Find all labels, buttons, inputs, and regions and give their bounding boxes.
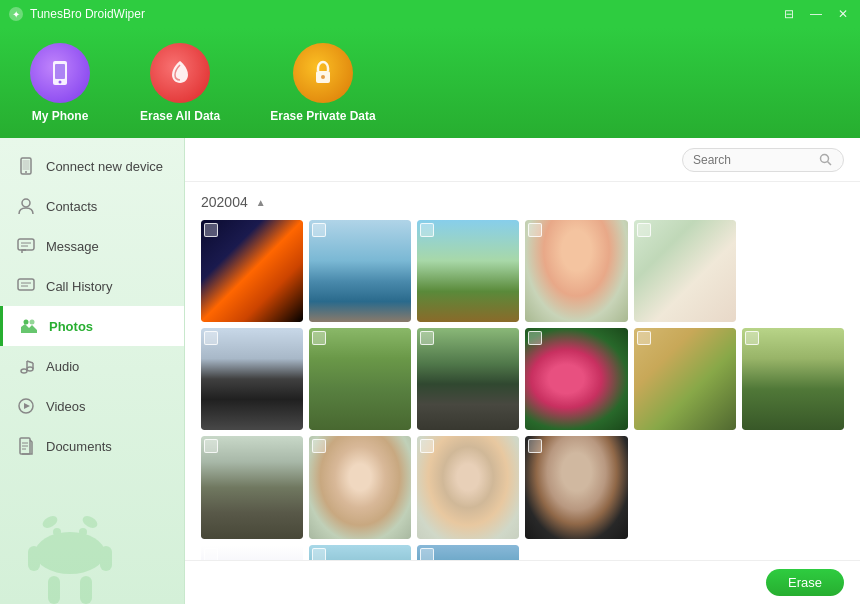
album-arrow-icon: ▲ — [256, 197, 266, 208]
sidebar-item-videos[interactable]: Videos — [0, 386, 184, 426]
photo-cell[interactable] — [201, 436, 303, 538]
photo-checkbox[interactable] — [528, 223, 542, 237]
photo-area[interactable]: 202004 ▲ — [185, 182, 860, 560]
photo-checkbox[interactable] — [204, 439, 218, 453]
photo-cell[interactable] — [201, 328, 303, 430]
photo-cell[interactable] — [417, 328, 519, 430]
photo-checkbox[interactable] — [637, 331, 651, 345]
phone-icon — [16, 156, 36, 176]
photo-checkbox[interactable] — [528, 439, 542, 453]
photo-cell[interactable] — [309, 545, 411, 560]
svg-point-17 — [24, 320, 29, 325]
svg-rect-34 — [35, 532, 105, 574]
svg-point-18 — [30, 320, 35, 325]
svg-point-23 — [27, 367, 33, 371]
photo-checkbox[interactable] — [528, 331, 542, 345]
window-controls: ⊟ — ✕ — [780, 5, 852, 23]
title-bar: ✦ TunesBro DroidWiper ⊟ — ✕ — [0, 0, 860, 28]
nav-erase-all[interactable]: Erase All Data — [140, 43, 220, 123]
svg-rect-8 — [23, 160, 30, 170]
svg-rect-14 — [18, 279, 34, 290]
svg-line-40 — [828, 161, 832, 165]
photo-cell[interactable] — [201, 545, 303, 560]
photo-cell[interactable] — [525, 436, 627, 538]
photo-checkbox[interactable] — [420, 548, 434, 560]
photo-checkbox[interactable] — [204, 548, 218, 560]
photo-checkbox[interactable] — [420, 331, 434, 345]
my-phone-icon-wrap — [30, 43, 90, 103]
erase-private-label: Erase Private Data — [270, 109, 375, 123]
close-button[interactable]: ✕ — [834, 5, 852, 23]
svg-point-39 — [821, 154, 829, 162]
my-phone-label: My Phone — [32, 109, 89, 123]
photo-cell[interactable] — [201, 220, 303, 322]
svg-rect-38 — [80, 576, 92, 604]
content-header — [185, 138, 860, 182]
photos-label: Photos — [49, 319, 93, 334]
photo-cell[interactable] — [417, 545, 519, 560]
sidebar-item-callhistory[interactable]: Call History — [0, 266, 184, 306]
photo-checkbox[interactable] — [312, 223, 326, 237]
sidebar: Connect new device Contacts Message Call… — [0, 138, 185, 604]
photo-checkbox[interactable] — [420, 223, 434, 237]
sidebar-item-contacts[interactable]: Contacts — [0, 186, 184, 226]
sidebar-item-audio[interactable]: Audio — [0, 346, 184, 386]
svg-line-21 — [27, 361, 33, 363]
photo-checkbox[interactable] — [204, 223, 218, 237]
photo-cell[interactable] — [525, 220, 627, 322]
audio-icon — [16, 356, 36, 376]
photo-cell[interactable] — [634, 328, 736, 430]
audio-label: Audio — [46, 359, 79, 374]
photo-cell[interactable] — [417, 436, 519, 538]
minimize-button[interactable]: — — [806, 5, 826, 23]
svg-rect-3 — [55, 64, 65, 79]
sidebar-item-message[interactable]: Message — [0, 226, 184, 266]
svg-rect-37 — [48, 576, 60, 604]
nav-my-phone[interactable]: My Phone — [30, 43, 90, 123]
videos-label: Videos — [46, 399, 86, 414]
photo-checkbox[interactable] — [312, 331, 326, 345]
photo-cell[interactable] — [525, 328, 627, 430]
svg-rect-11 — [18, 239, 34, 250]
photo-checkbox[interactable] — [204, 331, 218, 345]
top-nav: My Phone Erase All Data Erase Private Da… — [0, 28, 860, 138]
svg-point-31 — [81, 514, 100, 531]
sidebar-item-connect[interactable]: Connect new device — [0, 146, 184, 186]
photo-cell[interactable] — [634, 220, 736, 322]
connect-device-label: Connect new device — [46, 159, 163, 174]
photo-checkbox[interactable] — [312, 548, 326, 560]
contacts-label: Contacts — [46, 199, 97, 214]
album-name: 202004 — [201, 194, 248, 210]
message-label: Message — [46, 239, 99, 254]
photo-checkbox[interactable] — [745, 331, 759, 345]
sidebar-item-documents[interactable]: Documents — [0, 426, 184, 466]
erase-all-icon-wrap — [150, 43, 210, 103]
photo-cell[interactable] — [417, 220, 519, 322]
nav-erase-private[interactable]: Erase Private Data — [270, 43, 375, 123]
photo-grid-row4 — [201, 545, 844, 560]
videos-icon — [16, 396, 36, 416]
photo-cell[interactable] — [309, 328, 411, 430]
sidebar-item-photos[interactable]: Photos — [0, 306, 184, 346]
photo-cell[interactable] — [742, 328, 844, 430]
photo-checkbox[interactable] — [312, 439, 326, 453]
search-input[interactable] — [693, 153, 813, 167]
android-watermark — [10, 494, 130, 604]
photo-checkbox[interactable] — [420, 439, 434, 453]
svg-point-9 — [25, 171, 27, 173]
photo-cell[interactable] — [309, 436, 411, 538]
photo-cell[interactable] — [309, 220, 411, 322]
erase-private-icon-wrap — [293, 43, 353, 103]
search-box[interactable] — [682, 148, 844, 172]
message-icon — [16, 236, 36, 256]
title-bar-left: ✦ TunesBro DroidWiper — [8, 6, 145, 22]
svg-point-6 — [321, 75, 325, 79]
photo-checkbox[interactable] — [637, 223, 651, 237]
wifi-button[interactable]: ⊟ — [780, 5, 798, 23]
content-area: 202004 ▲ — [185, 138, 860, 604]
erase-all-label: Erase All Data — [140, 109, 220, 123]
bottom-bar: Erase — [185, 560, 860, 604]
photos-icon — [19, 316, 39, 336]
svg-point-19 — [21, 369, 27, 373]
erase-button[interactable]: Erase — [766, 569, 844, 596]
